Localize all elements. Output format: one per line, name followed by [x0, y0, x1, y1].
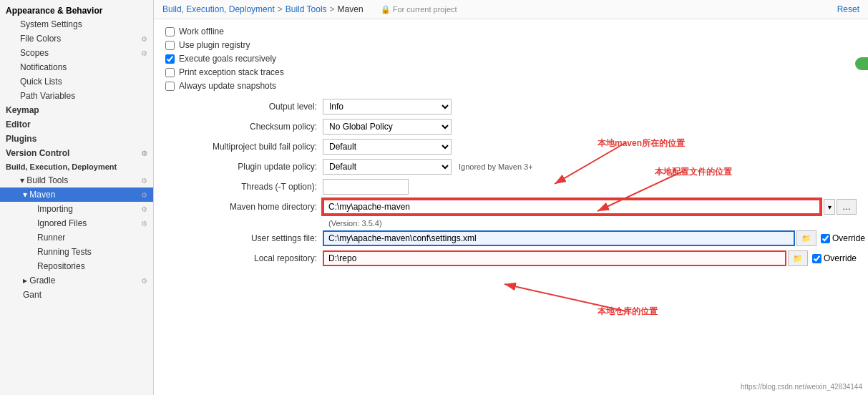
sidebar: Appearance & Behavior System Settings Fi… — [0, 0, 154, 395]
local-repo-override-checkbox[interactable] — [812, 254, 821, 263]
settings-content: Work offline Use plugin registry Execute… — [154, 19, 868, 395]
checkbox-always-update[interactable] — [165, 82, 175, 91]
multiproject-policy-select[interactable]: Default Fail at end Fail fast Never fail — [323, 139, 452, 155]
checkbox-use-plugin-registry[interactable] — [165, 41, 175, 50]
sidebar-item-system-settings[interactable]: System Settings — [0, 17, 153, 31]
sidebar-item-editor[interactable]: Editor — [0, 117, 153, 132]
svg-line-3 — [504, 284, 626, 311]
local-repo-label: Local repository: — [165, 253, 323, 263]
sidebar-item-gradle[interactable]: ▸ Gradle ⚙ — [0, 273, 153, 288]
sidebar-item-quick-lists[interactable]: Quick Lists — [0, 74, 153, 89]
checkbox-work-offline-row: Work offline — [165, 26, 857, 36]
watermark-text: https://blog.csdn.net/weixin_42834144 — [741, 383, 862, 391]
breadcrumb-buildtools[interactable]: Build Tools — [286, 4, 327, 14]
label-execute-goals: Execute goals recursively — [179, 54, 276, 64]
user-settings-row: User settings file: 📁 Override — [165, 230, 857, 246]
maven-version-text: (Version: 3.5.4) — [328, 219, 857, 228]
sidebar-item-running-tests[interactable]: Running Tests — [0, 245, 153, 259]
label-work-offline: Work offline — [179, 26, 224, 36]
icon-maven: ⚙ — [141, 191, 147, 199]
checkbox-print-exception-row: Print exception stack traces — [165, 67, 857, 77]
checkbox-always-update-row: Always update snapshots — [165, 81, 857, 91]
maven-home-browse-btn[interactable]: … — [837, 199, 857, 215]
breadcrumb-sep2: > — [330, 4, 335, 14]
sidebar-item-plugins[interactable]: Plugins — [0, 132, 153, 146]
multiproject-policy-row: Multiproject build fail policy: Default … — [165, 139, 857, 155]
label-always-update: Always update snapshots — [179, 81, 276, 91]
threads-input[interactable] — [323, 179, 409, 195]
icon-version-control: ⚙ — [141, 150, 147, 157]
icon-ignored-files: ⚙ — [141, 220, 147, 228]
maven-home-dropdown-btn[interactable]: ▾ — [824, 199, 835, 215]
output-level-select[interactable]: Info Debug Verbose — [323, 99, 452, 114]
breadcrumb-maven: Maven — [338, 4, 364, 14]
user-settings-label: User settings file: — [165, 233, 323, 243]
user-settings-override-checkbox[interactable] — [821, 234, 830, 243]
output-level-row: Output level: Info Debug Verbose — [165, 99, 857, 114]
checksum-policy-row: Checksum policy: No Global Policy Warn F… — [165, 119, 857, 135]
icon-gradle: ⚙ — [141, 277, 147, 285]
icon-file-colors: ⚙ — [141, 35, 147, 43]
maven-home-label: Maven home directory: — [165, 202, 323, 212]
sidebar-item-runner[interactable]: Runner — [0, 230, 153, 245]
local-repo-browse-btn[interactable]: 📁 — [788, 250, 808, 266]
user-settings-override-label: Override — [821, 233, 865, 243]
icon-scopes: ⚙ — [141, 49, 147, 57]
sidebar-item-importing[interactable]: Importing ⚙ — [0, 202, 153, 216]
sidebar-item-maven[interactable]: ▾ Maven ⚙ — [0, 187, 153, 202]
checkbox-print-exception[interactable] — [165, 68, 175, 77]
annotation-repo-location: 本地仓库的位置 — [598, 306, 658, 318]
sidebar-item-gant[interactable]: Gant — [0, 288, 153, 302]
threads-row: Threads (-T option): — [165, 179, 857, 195]
icon-build-tools: ⚙ — [141, 177, 147, 185]
local-repo-row: Local repository: 📁 Override — [165, 250, 857, 266]
reset-button[interactable]: Reset — [837, 4, 859, 14]
breadcrumb-sep1: > — [278, 4, 283, 14]
breadcrumb: Build, Execution, Deployment > Build Too… — [154, 0, 868, 19]
checksum-policy-label: Checksum policy: — [165, 122, 323, 132]
breadcrumb-project: 🔒 For current project — [381, 5, 457, 14]
label-use-plugin-registry: Use plugin registry — [179, 40, 250, 50]
maven-home-row: Maven home directory: ▾ … — [165, 199, 857, 215]
sidebar-item-repositories[interactable]: Repositories — [0, 259, 153, 273]
sidebar-item-scopes[interactable]: Scopes ⚙ — [0, 46, 153, 60]
threads-label: Threads (-T option): — [165, 182, 323, 192]
sidebar-section-appearance: Appearance & Behavior — [0, 3, 153, 17]
label-print-exception: Print exception stack traces — [179, 67, 284, 77]
checkbox-work-offline[interactable] — [165, 27, 175, 36]
plugin-update-policy-row: Plugin update policy: Default Release On… — [165, 159, 857, 175]
plugin-update-policy-label: Plugin update policy: — [165, 162, 323, 172]
output-level-label: Output level: — [165, 102, 323, 112]
checkbox-execute-goals-row: Execute goals recursively — [165, 54, 857, 64]
local-repo-input[interactable] — [323, 250, 786, 266]
local-repo-override-text: Override — [824, 253, 857, 263]
plugin-update-note: Ignored by Maven 3+ — [459, 162, 533, 171]
sidebar-item-file-colors[interactable]: File Colors ⚙ — [0, 31, 153, 46]
sidebar-item-ignored-files[interactable]: Ignored Files ⚙ — [0, 216, 153, 230]
sidebar-item-keymap[interactable]: Keymap — [0, 103, 153, 117]
checksum-policy-select[interactable]: No Global Policy Warn Fail Ignore — [323, 119, 452, 135]
plugin-update-policy-select[interactable]: Default Release Only Always Never — [323, 159, 452, 175]
checkbox-use-plugin-registry-row: Use plugin registry — [165, 40, 857, 50]
checkbox-execute-goals[interactable] — [165, 54, 175, 64]
icon-importing: ⚙ — [141, 205, 147, 213]
user-settings-override-text: Override — [832, 233, 865, 243]
user-settings-input[interactable] — [323, 230, 795, 246]
breadcrumb-build[interactable]: Build, Execution, Deployment — [162, 4, 275, 14]
sidebar-item-build-tools[interactable]: ▾ Build Tools ⚙ — [0, 173, 153, 187]
multiproject-policy-label: Multiproject build fail policy: — [165, 142, 323, 152]
status-indicator — [855, 57, 868, 70]
local-repo-override-label: Override — [812, 253, 857, 263]
sidebar-item-notifications[interactable]: Notifications — [0, 60, 153, 74]
sidebar-item-build-execution[interactable]: Build, Execution, Deployment — [0, 160, 153, 173]
user-settings-browse-btn[interactable]: 📁 — [796, 230, 816, 246]
sidebar-item-path-variables[interactable]: Path Variables — [0, 89, 153, 103]
main-content: Build, Execution, Deployment > Build Too… — [154, 0, 868, 395]
maven-home-input[interactable] — [323, 199, 821, 215]
sidebar-item-version-control[interactable]: Version Control ⚙ — [0, 146, 153, 160]
